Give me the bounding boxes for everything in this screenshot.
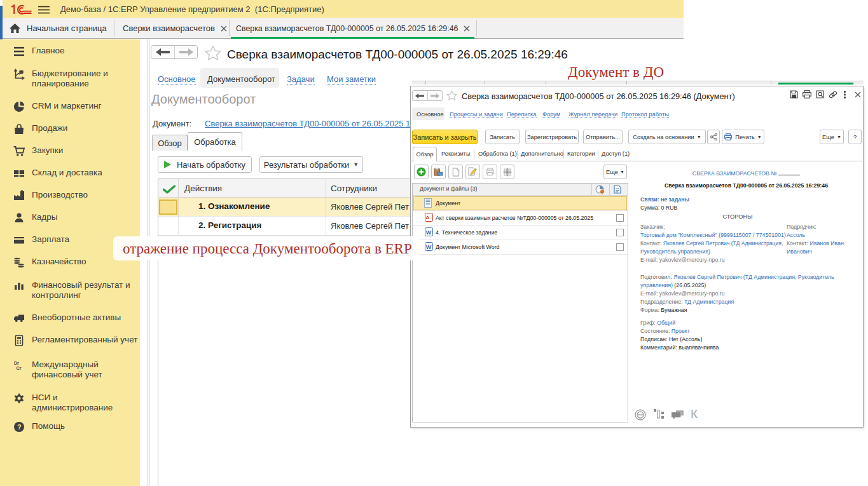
svg-text:W: W	[426, 229, 432, 236]
svg-text:?: ?	[17, 423, 22, 431]
svg-text:Cr: Cr	[17, 365, 22, 371]
svg-text:A: A	[426, 215, 430, 220]
svg-text:W: W	[426, 244, 432, 250]
